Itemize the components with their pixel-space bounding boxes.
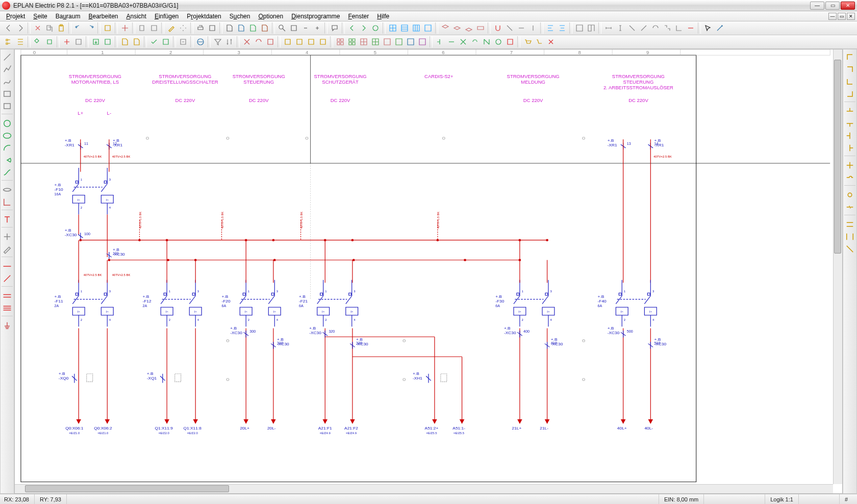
grid1-icon[interactable] <box>387 22 398 34</box>
preview-icon[interactable] <box>207 22 218 34</box>
print-icon[interactable] <box>195 22 206 34</box>
cart2-icon[interactable] <box>534 36 545 47</box>
corner-tl-icon[interactable] <box>844 52 855 63</box>
link1-icon[interactable] <box>844 219 855 230</box>
goto-icon[interactable] <box>178 36 189 47</box>
win2-icon[interactable] <box>586 22 597 34</box>
dim3-icon[interactable] <box>626 22 638 34</box>
ref-icon[interactable] <box>148 22 160 34</box>
cursor-icon[interactable] <box>702 22 714 34</box>
menu-bauraum[interactable]: Bauraum <box>53 12 84 21</box>
dim2-icon[interactable] <box>615 22 626 34</box>
dim6-icon[interactable] <box>662 22 673 34</box>
snap1-icon[interactable] <box>504 22 515 34</box>
back-arrow-icon[interactable] <box>346 22 358 34</box>
comment-icon[interactable] <box>329 22 340 34</box>
rect-icon[interactable] <box>2 88 13 99</box>
circle-icon[interactable] <box>2 118 13 129</box>
freehand-icon[interactable] <box>2 76 13 87</box>
dim4-icon[interactable] <box>638 22 649 34</box>
sym-grid4-icon[interactable] <box>370 36 381 47</box>
align1-icon[interactable] <box>545 22 556 34</box>
bus-icon[interactable] <box>2 290 13 301</box>
copy2-icon[interactable] <box>137 22 148 34</box>
sector-icon[interactable] <box>2 155 13 166</box>
lang-icon[interactable] <box>195 36 206 47</box>
sym-grid2-icon[interactable] <box>346 36 358 47</box>
xref2-icon[interactable] <box>253 36 264 47</box>
menu-suchen[interactable]: Suchen <box>226 12 254 21</box>
edit-icon[interactable] <box>166 22 177 34</box>
cross-icon[interactable] <box>844 160 855 171</box>
mdi-close[interactable]: ✕ <box>847 13 855 20</box>
ellipse-icon[interactable] <box>2 130 13 141</box>
prev-page-icon[interactable] <box>3 22 14 34</box>
zoom-in-icon[interactable] <box>312 22 323 34</box>
spline-icon[interactable] <box>2 167 13 178</box>
menu-optionen[interactable]: Optionen <box>255 12 286 21</box>
corner-bl-icon[interactable] <box>844 76 855 87</box>
part-icon[interactable] <box>61 36 72 47</box>
tee-d-icon[interactable] <box>844 118 855 129</box>
sym-grid-icon[interactable] <box>335 36 346 47</box>
arc-icon[interactable] <box>2 142 13 154</box>
hline-icon[interactable] <box>2 261 13 272</box>
eye-icon[interactable] <box>2 184 13 195</box>
dim7-icon[interactable] <box>673 22 685 34</box>
check2-icon[interactable] <box>160 36 171 47</box>
snap3-icon[interactable] <box>527 22 539 34</box>
measure-icon[interactable] <box>714 22 725 34</box>
box4-icon[interactable] <box>317 36 329 47</box>
conn-c-icon[interactable] <box>469 36 481 47</box>
schematic-canvas[interactable]: 0123456789STROMVERSORGUNGMOTORANTRIEB, L… <box>14 49 843 494</box>
menu-seite[interactable]: Seite <box>30 12 50 21</box>
report2-icon[interactable] <box>131 36 142 47</box>
file2-icon[interactable] <box>247 22 259 34</box>
menu-projekt[interactable]: Projekt <box>3 12 28 21</box>
ground-icon[interactable] <box>2 320 13 331</box>
check1-icon[interactable] <box>148 36 160 47</box>
next-page-icon[interactable] <box>15 22 26 34</box>
cart-icon[interactable] <box>522 36 533 47</box>
zoom-out-icon[interactable] <box>300 22 311 34</box>
dim8-icon[interactable] <box>685 22 696 34</box>
jumper-icon[interactable] <box>844 172 855 183</box>
conn-l-icon[interactable] <box>446 36 457 47</box>
sym-grid3-icon[interactable] <box>358 36 369 47</box>
layer4-icon[interactable] <box>475 22 486 34</box>
file-icon[interactable] <box>236 22 247 34</box>
xref3-icon[interactable] <box>265 36 276 47</box>
copy-icon[interactable] <box>44 22 55 34</box>
cut-icon[interactable] <box>32 22 43 34</box>
fwd-arrow-icon[interactable] <box>358 22 369 34</box>
sym-grid7-icon[interactable] <box>405 36 416 47</box>
polyline-icon[interactable] <box>2 64 13 75</box>
break-icon[interactable] <box>844 201 855 213</box>
minimize-button[interactable]: — <box>810 2 824 10</box>
conn-d-icon[interactable] <box>505 36 516 47</box>
text-icon[interactable] <box>2 214 13 225</box>
vline-icon[interactable] <box>2 273 13 284</box>
layer1-icon[interactable] <box>440 22 451 34</box>
export1-icon[interactable] <box>90 36 102 47</box>
grid4-icon[interactable] <box>422 22 434 34</box>
layer2-icon[interactable] <box>451 22 463 34</box>
tee-r-icon[interactable] <box>844 142 855 154</box>
box3-icon[interactable] <box>306 36 317 47</box>
menu-fenster[interactable]: Fenster <box>345 12 372 21</box>
file3-icon[interactable] <box>259 22 270 34</box>
bus2-icon[interactable] <box>2 303 13 314</box>
magnet-icon[interactable] <box>492 22 503 34</box>
pen-icon[interactable] <box>2 243 13 255</box>
align2-icon[interactable] <box>557 22 568 34</box>
rect-filled-icon[interactable] <box>2 100 13 112</box>
undo-icon[interactable] <box>73 22 84 34</box>
corner-br-icon[interactable] <box>844 88 855 99</box>
grid2-icon[interactable] <box>399 22 410 34</box>
mdi-minimize[interactable]: — <box>828 13 837 20</box>
tee-u-icon[interactable] <box>844 106 855 117</box>
link2-icon[interactable] <box>844 231 855 242</box>
filter-icon[interactable] <box>212 36 223 47</box>
nav-tree-icon[interactable] <box>3 36 14 47</box>
snap2-icon[interactable] <box>516 22 527 34</box>
